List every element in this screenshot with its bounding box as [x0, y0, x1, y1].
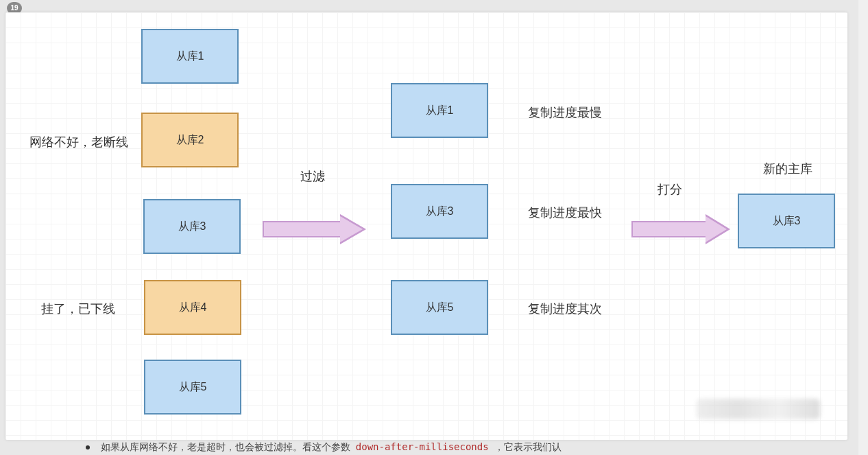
footer-text: 如果从库网络不好，老是超时，也会被过滤掉。看这个参数 down-after-mi…: [86, 441, 562, 454]
arrow-score: [631, 215, 732, 243]
node-label: 从库3: [773, 214, 801, 229]
bullet-icon: [86, 445, 90, 450]
col1-slave4-note: 挂了，已下线: [41, 301, 115, 317]
node-label: 从库3: [426, 205, 454, 219]
node-label: 从库1: [426, 104, 454, 118]
result-title: 新的主库: [763, 161, 812, 177]
node-label: 从库2: [176, 133, 204, 148]
page-root: 19 从库1 网络不好，老断线 从库2 从库3 挂了，已下线 从库4 从库5 过…: [0, 0, 868, 455]
footer-prefix: 如果从库网络不好，老是超时，也会被过滤掉。看这个参数: [101, 441, 350, 452]
col1-slave1: 从库1: [141, 29, 239, 84]
diagram-canvas: 从库1 网络不好，老断线 从库2 从库3 挂了，已下线 从库4 从库5 过滤 从…: [5, 12, 847, 440]
scrollbar-track[interactable]: [858, 0, 868, 455]
node-label: 从库5: [426, 301, 454, 315]
col2-slave3-note: 复制进度最快: [528, 205, 602, 221]
col2-slave5: 从库5: [391, 280, 488, 335]
watermark-blur: [697, 399, 820, 419]
arrow1-label: 过滤: [300, 168, 325, 185]
col2-slave1: 从库1: [391, 83, 488, 138]
col1-slave5: 从库5: [144, 360, 241, 415]
arrow-filter: [263, 215, 367, 243]
col1-slave2: 从库2: [141, 113, 239, 167]
col2-slave3: 从库3: [391, 184, 488, 239]
node-label: 从库4: [179, 301, 207, 315]
col2-slave5-note: 复制进度其次: [528, 301, 602, 317]
footer-suffix: ，它表示我们认: [494, 441, 562, 452]
node-label: 从库3: [178, 220, 206, 234]
col1-slave4: 从库4: [144, 280, 241, 335]
node-label: 从库1: [176, 49, 204, 64]
arrow2-label: 打分: [658, 181, 682, 198]
col2-slave1-note: 复制进度最慢: [528, 104, 602, 121]
result-node: 从库3: [738, 194, 835, 248]
node-label: 从库5: [179, 380, 207, 395]
col1-slave3: 从库3: [143, 199, 241, 254]
footer-code: down-after-milliseconds: [356, 441, 489, 452]
col1-slave2-note: 网络不好，老断线: [29, 134, 128, 150]
